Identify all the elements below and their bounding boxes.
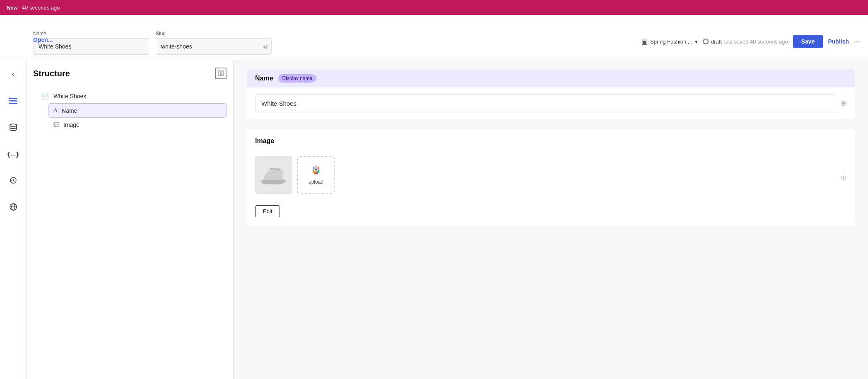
name-label: Name <box>33 31 149 36</box>
image-row: upload <box>255 156 335 194</box>
name-field-card: Name Display name ⊕ <box>247 69 855 119</box>
chevron-down-icon: ▾ <box>695 39 698 45</box>
image-icon: 🖼 <box>53 121 59 128</box>
sidebar-item-history[interactable] <box>5 172 22 189</box>
upload-icon <box>310 165 322 177</box>
shoe-svg <box>255 156 292 194</box>
content-area: Name Display name ⊕ Image <box>234 59 868 379</box>
collection-icon: ▣ <box>641 38 648 46</box>
tree-root-label: White Shoes <box>53 93 86 100</box>
more-button[interactable]: ··· <box>854 37 861 46</box>
code-braces-icon: {…} <box>7 151 19 158</box>
tree-item-name[interactable]: A Name <box>48 103 227 118</box>
status-time: 40 seconds ago <box>22 5 60 11</box>
sidebar-item-database[interactable] <box>5 119 22 136</box>
name-card-body: ⊕ <box>247 87 855 119</box>
svg-rect-1 <box>9 100 17 102</box>
svg-rect-2 <box>9 103 17 104</box>
image-section: Image <box>247 129 855 226</box>
history-icon <box>9 176 17 185</box>
draft-circle <box>703 39 709 44</box>
sidebar-icons: ‹ {…} <box>0 59 27 379</box>
header: Open... Name Slug ⧉ ▣ Spring Fashion ...… <box>0 15 868 59</box>
image-section-title: Image <box>255 137 274 145</box>
tree-item-name-label: Name <box>62 107 77 114</box>
collection-name: Spring Fashion ... <box>650 39 692 45</box>
doc-icon: 📄 <box>41 92 49 100</box>
toggle-icon <box>218 70 224 76</box>
copy-icon[interactable]: ⧉ <box>263 43 268 50</box>
database-icon <box>9 123 17 131</box>
svg-point-3 <box>10 124 17 126</box>
tree-item-image[interactable]: 🖼 Image <box>48 118 227 131</box>
draft-badge: draft last saved 40 seconds ago <box>703 39 788 45</box>
structure-title: Structure <box>33 69 70 78</box>
sidebar-item-globe[interactable] <box>5 199 22 215</box>
structure-tree: 📄 White Shoes A Name 🖼 Image <box>33 89 227 131</box>
upload-text: upload <box>309 179 323 185</box>
structure-panel: Structure 📄 White Shoes A Name <box>27 59 234 379</box>
collection-selector[interactable]: ▣ Spring Fashion ... ▾ <box>641 38 698 46</box>
main-layout: ‹ {…} <box>0 59 868 379</box>
status-new: New <box>7 5 18 11</box>
svg-rect-0 <box>9 98 17 99</box>
top-bar: New 40 seconds ago <box>0 0 868 15</box>
upload-box[interactable]: upload <box>297 156 335 194</box>
header-right-controls: ▣ Spring Fashion ... ▾ draft last saved … <box>641 35 861 51</box>
open-link[interactable]: Open... <box>33 36 53 43</box>
display-name-badge: Display name <box>278 74 317 83</box>
slug-field-group: Slug ⧉ <box>156 31 272 55</box>
tree-root-item[interactable]: 📄 White Shoes <box>36 89 227 103</box>
back-button[interactable]: ‹ <box>5 66 22 83</box>
globe-icon <box>9 203 17 211</box>
sidebar-item-code[interactable]: {…} <box>5 146 22 162</box>
slug-input[interactable] <box>156 38 272 55</box>
link-icon[interactable]: ⊕ <box>840 99 846 108</box>
last-saved: last saved 40 seconds ago <box>724 39 788 45</box>
svg-rect-7 <box>218 71 220 76</box>
name-value-input[interactable] <box>255 94 835 112</box>
text-icon: A <box>53 107 58 114</box>
slug-wrapper: ⧉ <box>156 38 272 55</box>
publish-button[interactable]: Publish <box>828 38 849 45</box>
name-card-title: Name <box>255 75 273 82</box>
structure-toggle[interactable] <box>215 68 227 79</box>
tree-item-image-label: Image <box>63 121 80 128</box>
edit-button[interactable]: Edit <box>255 205 280 217</box>
structure-header: Structure <box>33 68 227 79</box>
name-card-header: Name Display name <box>247 69 855 87</box>
menu-icon <box>9 97 17 105</box>
draft-label: draft <box>711 39 722 45</box>
save-button[interactable]: Save <box>793 35 823 48</box>
image-link-icon[interactable]: ⊕ <box>840 173 846 182</box>
tree-children: A Name 🖼 Image <box>36 103 227 131</box>
slug-label: Slug <box>156 31 272 36</box>
svg-rect-8 <box>221 71 223 76</box>
sidebar-item-structure[interactable] <box>5 92 22 109</box>
shoe-thumbnail <box>255 156 292 194</box>
